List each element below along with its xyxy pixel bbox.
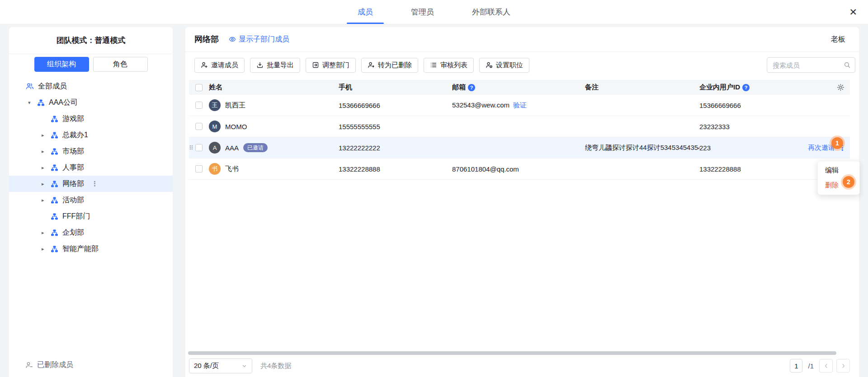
members-icon (26, 82, 34, 90)
column-header-label: 企业内用户ID (699, 83, 740, 92)
expand-arrow-icon[interactable]: ▾ (28, 100, 37, 106)
toolbar-button[interactable]: 批量导出 (250, 58, 300, 73)
tree-item-label: 企划部 (62, 228, 84, 237)
tree-item[interactable]: ▸企划部 (9, 224, 173, 241)
pager: 1 /1 (790, 359, 850, 372)
select-all-checkbox[interactable] (195, 84, 203, 91)
tree-item[interactable]: ▸人事部 (9, 159, 173, 176)
toolbar-button[interactable]: 设置职位 (479, 58, 529, 73)
top-tab[interactable]: 外部联系人 (461, 0, 521, 24)
org-tree: 全部成员 ▾AAA公司游戏部▸总裁办1▸市场部▸人事部▸网络部⋮▸活动部FFF部… (9, 78, 173, 257)
chevron-right-icon (840, 363, 847, 369)
person-add-icon (201, 61, 208, 69)
tree-item[interactable]: ▸总裁办1 (9, 127, 173, 143)
avatar: A (209, 142, 221, 154)
expand-arrow-icon[interactable]: ▸ (42, 230, 51, 236)
table-row[interactable]: ⠿AAAA已邀请13222222222绕弯儿龘探讨探讨44探讨534534543… (189, 137, 850, 158)
reinvite-link[interactable]: 再次邀请 (808, 144, 835, 152)
department-icon (51, 164, 58, 172)
list-icon (430, 61, 437, 69)
column-header-label: 姓名 (209, 83, 222, 92)
avatar: M (209, 121, 221, 132)
tree-item[interactable]: FFF部门 (9, 208, 173, 224)
tree-item-label: 人事部 (62, 163, 84, 172)
toolbar-button[interactable]: 审核列表 (424, 58, 474, 73)
search-input[interactable] (767, 57, 855, 73)
row-context-menu: 编辑删除 (817, 161, 860, 195)
total-pages-label: /1 (808, 362, 814, 370)
page-size-select[interactable]: 20 条/页 (189, 358, 252, 373)
eye-icon (229, 36, 236, 43)
members-table: 姓名手机邮箱?备注企业内用户ID? 王凯西王15366669666532543@… (189, 80, 850, 180)
expand-arrow-icon[interactable]: ▸ (42, 132, 51, 138)
member-management-window: 成员管理员外部联系人 ✕ 团队模式：普通模式 组织架构角色 全部成员 ▾AAA公… (0, 0, 868, 377)
member-name: AAA (225, 144, 239, 152)
tree-item-label: 智能产能部 (62, 244, 99, 254)
member-email: 532543@wew.com (452, 101, 509, 109)
row-checkbox[interactable] (195, 123, 203, 130)
drag-handle-icon[interactable]: ⠿ (189, 145, 195, 151)
member-phone: 15555555555 (339, 123, 452, 130)
tree-item-all-members[interactable]: 全部成员 (9, 78, 173, 94)
table-row[interactable]: 书飞书133222288888706101804@qq.com133222288… (189, 158, 850, 180)
tree-item-label: 市场部 (62, 147, 84, 156)
search-box (767, 57, 855, 73)
tree-item-label: 活动部 (62, 195, 84, 205)
horizontal-scrollbar[interactable] (188, 351, 836, 355)
table-row[interactable]: 王凯西王15366669666532543@wew.com验证153666696… (189, 95, 850, 116)
prev-page-button[interactable] (819, 359, 833, 372)
expand-arrow-icon[interactable]: ▸ (42, 165, 51, 171)
table-row[interactable]: MMOMO1555555555523232333 (189, 116, 850, 137)
top-tab[interactable]: 管理员 (400, 0, 445, 24)
expand-arrow-icon[interactable]: ▸ (42, 149, 51, 154)
tab-bar: 成员管理员外部联系人 (347, 0, 521, 24)
toolbar-button[interactable]: 转为已删除 (361, 58, 418, 73)
person-setting-icon (486, 61, 493, 69)
department-icon (51, 115, 58, 123)
expand-arrow-icon[interactable]: ▸ (42, 181, 51, 187)
menu-item-edit[interactable]: 编辑 (818, 163, 859, 178)
close-icon[interactable]: ✕ (849, 7, 857, 18)
top-tab[interactable]: 成员 (347, 0, 384, 24)
view-toggle-button[interactable]: 组织架构 (34, 57, 89, 72)
toolbar-button-label: 调整部门 (322, 61, 349, 70)
current-page-input[interactable]: 1 (790, 359, 802, 372)
row-checkbox[interactable] (195, 102, 203, 109)
department-icon (51, 131, 58, 139)
tree-item-label: 总裁办1 (62, 130, 88, 140)
tree-item[interactable]: ▾AAA公司 (9, 94, 173, 111)
department-icon (51, 196, 58, 204)
row-checkbox[interactable] (195, 144, 203, 151)
tree-item[interactable]: ▸网络部⋮ (9, 176, 173, 192)
member-phone: 13222222222 (339, 144, 452, 152)
deleted-members-entry[interactable]: 已删除成员 (25, 360, 73, 370)
search-icon[interactable] (844, 61, 851, 69)
member-name: 飞书 (225, 165, 239, 173)
row-checkbox[interactable] (195, 165, 203, 172)
annotation-step-2: 2 (843, 176, 854, 188)
tree-item[interactable]: ▸活动部 (9, 192, 173, 208)
toolbar-button[interactable]: 调整部门 (306, 58, 356, 73)
toolbar-buttons: 邀请成员批量导出调整部门转为已删除审核列表设置职位 (194, 58, 529, 73)
view-toggle-button[interactable]: 角色 (93, 57, 148, 72)
column-settings-gear-icon[interactable] (837, 84, 844, 91)
table-header: 姓名手机邮箱?备注企业内用户ID? (189, 80, 850, 95)
department-icon (51, 148, 58, 155)
expand-arrow-icon[interactable]: ▸ (42, 246, 51, 252)
toolbar-button[interactable]: 邀请成员 (194, 58, 245, 73)
tree-item[interactable]: ▸市场部 (9, 143, 173, 159)
help-icon[interactable]: ? (468, 84, 475, 91)
verify-email-link[interactable]: 验证 (513, 101, 527, 109)
show-sub-members-toggle[interactable]: 显示子部门成员 (229, 35, 289, 44)
department-icon (51, 180, 58, 188)
expand-arrow-icon[interactable]: ▸ (42, 197, 51, 203)
column-header-label: 手机 (339, 83, 352, 92)
tree-item[interactable]: ▸智能产能部 (9, 241, 173, 257)
chevron-left-icon (823, 363, 830, 369)
next-page-button[interactable] (836, 359, 850, 372)
help-icon[interactable]: ? (742, 84, 750, 91)
tree-item[interactable]: 游戏部 (9, 111, 173, 127)
more-options-icon[interactable]: ⋮ (91, 180, 99, 188)
column-header-label: 备注 (585, 83, 599, 92)
deleted-members-label: 已删除成员 (37, 360, 73, 370)
